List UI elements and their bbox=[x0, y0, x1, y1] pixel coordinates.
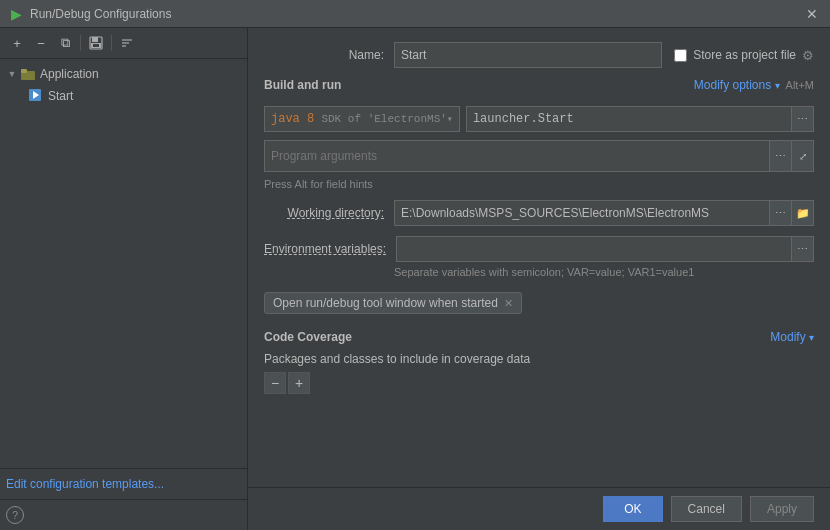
sidebar-item-application[interactable]: ▼ Application bbox=[0, 63, 247, 85]
packages-remove-button[interactable]: − bbox=[264, 372, 286, 394]
sdk-java-label: java 8 bbox=[271, 112, 321, 126]
application-group-label: Application bbox=[40, 67, 99, 81]
ok-button[interactable]: OK bbox=[603, 496, 662, 522]
working-dir-input-wrap: ⋯ 📁 bbox=[394, 200, 814, 226]
working-dir-input[interactable] bbox=[394, 200, 770, 226]
coverage-modify-link[interactable]: Modify ▾ bbox=[770, 330, 814, 344]
field-hint-text: Press Alt for field hints bbox=[264, 178, 814, 190]
tags-row: Open run/debug tool window when started … bbox=[264, 292, 814, 314]
sidebar-tree: ▼ Application Start bbox=[0, 59, 247, 468]
args-browse-button[interactable]: ⋯ bbox=[770, 140, 792, 172]
dir-browse-folder-button[interactable]: 📁 bbox=[792, 200, 814, 226]
sdk-suffix-label: SDK of 'ElectronMS' bbox=[321, 113, 446, 125]
tree-arrow-icon: ▼ bbox=[6, 68, 18, 80]
svg-rect-8 bbox=[21, 69, 27, 73]
coverage-actions: Modify ▾ bbox=[770, 330, 814, 344]
sidebar-footer: ? bbox=[0, 499, 247, 530]
folder-icon bbox=[20, 66, 36, 82]
env-vars-label: Environment variables: bbox=[264, 242, 396, 256]
run-config-icon bbox=[28, 88, 44, 104]
help-button[interactable]: ? bbox=[6, 506, 24, 524]
tag-label: Open run/debug tool window when started bbox=[273, 296, 498, 310]
code-coverage-header: Code Coverage Modify ▾ bbox=[264, 330, 814, 344]
modify-options-link[interactable]: Modify options ▾ bbox=[694, 78, 780, 92]
env-vars-browse-button[interactable]: ⋯ bbox=[792, 236, 814, 262]
name-input[interactable] bbox=[394, 42, 662, 68]
dir-browse-file-button[interactable]: ⋯ bbox=[770, 200, 792, 226]
program-args-row: ⋯ ⤢ bbox=[264, 140, 814, 172]
class-browse-button[interactable]: ⋯ bbox=[792, 106, 814, 132]
sort-config-button[interactable] bbox=[116, 32, 138, 54]
working-dir-label: Working directory: bbox=[264, 206, 394, 220]
main-container: + − ⧉ ▼ bbox=[0, 28, 830, 530]
copy-config-button[interactable]: ⧉ bbox=[54, 32, 76, 54]
shortcut-hint: Alt+M bbox=[786, 79, 814, 91]
toolbar-separator bbox=[80, 35, 81, 51]
sdk-select-dropdown[interactable]: java 8 SDK of 'ElectronMS' ▾ bbox=[264, 106, 460, 132]
args-expand-button[interactable]: ⤢ bbox=[792, 140, 814, 172]
program-args-input[interactable] bbox=[264, 140, 770, 172]
tag-remove-button[interactable]: ✕ bbox=[504, 297, 513, 310]
add-config-button[interactable]: + bbox=[6, 32, 28, 54]
edit-templates-link[interactable]: Edit configuration templates... bbox=[6, 477, 164, 491]
svg-rect-1 bbox=[92, 37, 98, 42]
packages-label: Packages and classes to include in cover… bbox=[264, 352, 814, 366]
start-config-label: Start bbox=[48, 89, 73, 103]
sidebar-bottom: Edit configuration templates... bbox=[0, 468, 247, 499]
sidebar: + − ⧉ ▼ bbox=[0, 28, 248, 530]
store-as-project-file-label: Store as project file bbox=[693, 48, 796, 62]
apply-button[interactable]: Apply bbox=[750, 496, 814, 522]
main-class-input[interactable] bbox=[466, 106, 792, 132]
remove-config-button[interactable]: − bbox=[30, 32, 52, 54]
toolbar-separator-2 bbox=[111, 35, 112, 51]
title-bar: ▶ Run/Debug Configurations ✕ bbox=[0, 0, 830, 28]
env-vars-input[interactable] bbox=[396, 236, 792, 262]
build-and-run-title: Build and run bbox=[264, 78, 341, 92]
code-coverage-title: Code Coverage bbox=[264, 330, 352, 344]
packages-toolbar: − + bbox=[264, 372, 814, 394]
name-row: Name: Store as project file ⚙ bbox=[264, 42, 814, 68]
tag-chip-run-window: Open run/debug tool window when started … bbox=[264, 292, 522, 314]
cancel-button[interactable]: Cancel bbox=[671, 496, 742, 522]
content-panel: Name: Store as project file ⚙ Build and … bbox=[248, 28, 830, 530]
class-input-wrap: ⋯ bbox=[466, 106, 814, 132]
working-dir-row: Working directory: ⋯ 📁 bbox=[264, 200, 814, 226]
sidebar-item-start[interactable]: Start bbox=[0, 85, 247, 107]
code-coverage-section: Code Coverage Modify ▾ Packages and clas… bbox=[264, 330, 814, 394]
sidebar-toolbar: + − ⧉ bbox=[0, 28, 247, 59]
env-separator-hint: Separate variables with semicolon; VAR=v… bbox=[264, 266, 814, 278]
env-vars-row: Environment variables: ⋯ bbox=[264, 236, 814, 262]
sdk-chevron-icon: ▾ bbox=[447, 113, 453, 125]
store-as-project-file-checkbox[interactable] bbox=[674, 49, 687, 62]
build-and-run-section-header: Build and run Modify options ▾ Alt+M bbox=[264, 78, 814, 96]
content-scroll: Name: Store as project file ⚙ Build and … bbox=[248, 28, 830, 487]
close-button[interactable]: ✕ bbox=[802, 4, 822, 24]
name-label: Name: bbox=[264, 48, 394, 62]
save-config-button[interactable] bbox=[85, 32, 107, 54]
bottom-bar: OK Cancel Apply bbox=[248, 487, 830, 530]
section-actions: Modify options ▾ Alt+M bbox=[694, 78, 814, 92]
packages-add-button[interactable]: + bbox=[288, 372, 310, 394]
svg-rect-3 bbox=[93, 44, 99, 47]
dialog-title: Run/Debug Configurations bbox=[30, 7, 802, 21]
app-icon: ▶ bbox=[8, 6, 24, 22]
sdk-class-row: java 8 SDK of 'ElectronMS' ▾ ⋯ bbox=[264, 106, 814, 132]
gear-icon[interactable]: ⚙ bbox=[802, 48, 814, 63]
